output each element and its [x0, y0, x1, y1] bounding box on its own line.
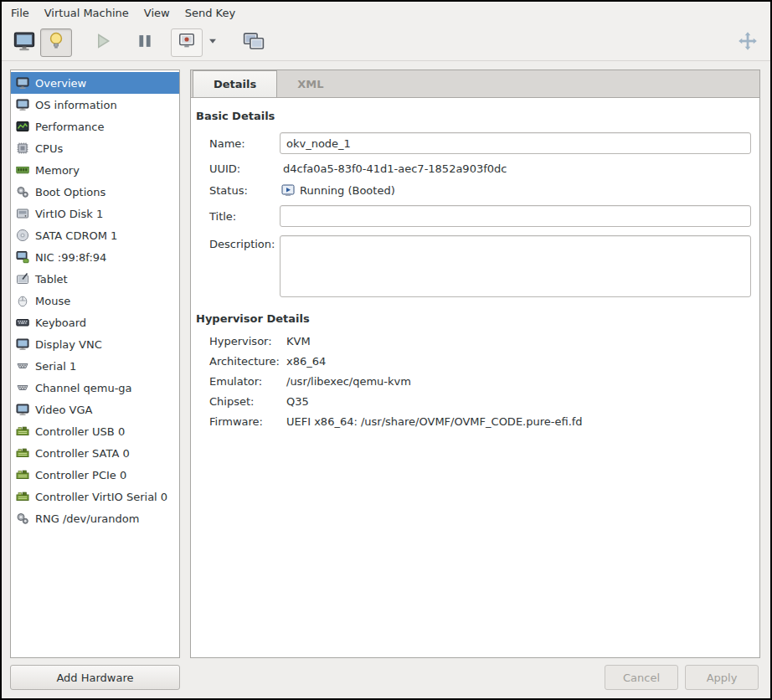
sidebar-item-label: Channel qemu-ga — [35, 382, 132, 394]
tablet-icon — [16, 272, 29, 286]
tab-xml[interactable]: XML — [277, 70, 343, 97]
fullscreen-arrows-icon — [738, 31, 758, 54]
sidebar-item-label: Controller VirtIO Serial 0 — [35, 491, 167, 503]
tab-details[interactable]: Details — [193, 70, 277, 97]
menubar: File Virtual Machine View Send Key — [2, 2, 770, 24]
controller-board-icon — [16, 425, 29, 438]
menu-view[interactable]: View — [136, 3, 178, 23]
mouse-icon — [16, 294, 29, 307]
menu-send-key[interactable]: Send Key — [178, 3, 243, 23]
shutdown-menu-button[interactable] — [203, 28, 223, 57]
lightbulb-icon — [46, 31, 66, 54]
pause-button[interactable] — [129, 28, 161, 57]
sidebar-item-nic[interactable]: NIC :99:8f:94 — [11, 246, 179, 268]
sidebar-item-label: Display VNC — [35, 338, 102, 351]
status-value: Running (Booted) — [300, 184, 395, 197]
memory-icon — [16, 163, 29, 177]
keyboard-icon — [16, 316, 29, 329]
emulator-value: /usr/libexec/qemu-kvm — [283, 375, 751, 388]
vm-running-icon — [281, 183, 295, 197]
sidebar-item-sata-cdrom-1[interactable]: SATA CDROM 1 — [11, 224, 179, 246]
sidebar-item-controller-sata-0[interactable]: Controller SATA 0 — [11, 442, 179, 464]
sidebar-item-rng[interactable]: RNG /dev/urandom — [11, 507, 179, 529]
sidebar-item-controller-pcie-0[interactable]: Controller PCIe 0 — [11, 464, 179, 486]
sidebar-item-virtio-disk-1[interactable]: VirtIO Disk 1 — [11, 203, 179, 224]
sidebar-item-os-information[interactable]: OS information — [11, 94, 179, 116]
nic-icon — [16, 250, 29, 264]
snapshots-button[interactable] — [238, 28, 270, 57]
hypervisor-details-heading: Hypervisor Details — [196, 312, 751, 325]
add-hardware-button[interactable]: Add Hardware — [10, 665, 180, 690]
firmware-value: UEFI x86_64: /usr/share/OVMF/OVMF_CODE.p… — [283, 415, 751, 428]
chipset-value: Q35 — [283, 395, 751, 408]
apply-button[interactable]: Apply — [685, 665, 759, 690]
controller-board-icon — [16, 446, 29, 460]
disk-icon — [16, 207, 29, 220]
sidebar-item-label: Controller USB 0 — [35, 425, 125, 438]
firmware-label: Firmware: — [209, 415, 283, 428]
sidebar-item-label: Overview — [35, 77, 86, 90]
play-icon — [93, 31, 113, 54]
toolbar — [2, 24, 770, 61]
sidebar-item-cpus[interactable]: CPUs — [11, 137, 179, 159]
run-button[interactable] — [87, 28, 119, 57]
description-input[interactable] — [280, 235, 751, 297]
menu-virtual-machine[interactable]: Virtual Machine — [37, 3, 136, 23]
sidebar-item-label: Tablet — [35, 273, 68, 286]
name-input[interactable] — [280, 132, 751, 154]
sidebar-item-controller-usb-0[interactable]: Controller USB 0 — [11, 420, 179, 442]
chevron-down-icon — [207, 35, 219, 49]
footer: Add Hardware Cancel Apply — [2, 658, 770, 698]
hardware-details-button[interactable] — [40, 28, 72, 57]
sidebar-item-controller-virtio-serial-0[interactable]: Controller VirtIO Serial 0 — [11, 486, 179, 507]
emulator-label: Emulator: — [209, 375, 283, 388]
sidebar-item-label: CPUs — [35, 142, 63, 155]
sidebar-item-label: Serial 1 — [35, 360, 76, 373]
console-button[interactable] — [8, 28, 40, 57]
shutdown-button[interactable] — [171, 28, 203, 57]
sidebar-item-label: VirtIO Disk 1 — [35, 208, 103, 220]
hypervisor-value: KVM — [283, 335, 751, 347]
architecture-value: x86_64 — [283, 355, 751, 368]
sidebar-item-label: Performance — [35, 121, 104, 133]
sidebar-item-tablet[interactable]: Tablet — [11, 268, 179, 290]
menu-file[interactable]: File — [3, 3, 37, 23]
fullscreen-button[interactable] — [732, 28, 764, 57]
sidebar-item-boot-options[interactable]: Boot Options — [11, 181, 179, 203]
status-value-row: Running (Booted) — [280, 183, 751, 197]
details-content: Basic Details Name: UUID: d4cfa0a5-83f0-… — [191, 98, 759, 657]
gears-icon — [16, 185, 29, 198]
cpu-icon — [16, 142, 29, 155]
snapshots-icon — [243, 30, 265, 54]
uuid-label: UUID: — [209, 162, 280, 175]
controller-board-icon — [16, 468, 29, 481]
sidebar-item-serial-1[interactable]: Serial 1 — [11, 355, 179, 377]
performance-graph-icon — [16, 120, 29, 133]
hardware-list: Overview OS information Performance CPUs… — [10, 69, 180, 658]
footer-actions: Cancel Apply — [605, 665, 759, 690]
monitor-icon — [16, 98, 29, 111]
window-body: Overview OS information Performance CPUs… — [2, 61, 770, 658]
sidebar-item-mouse[interactable]: Mouse — [11, 290, 179, 311]
cancel-button[interactable]: Cancel — [605, 665, 678, 690]
name-label: Name: — [209, 137, 280, 150]
details-notebook: Details XML Basic Details Name: UUID: d4… — [190, 69, 760, 658]
sidebar-item-memory[interactable]: Memory — [11, 159, 179, 181]
sidebar-item-label: Controller PCIe 0 — [35, 469, 126, 481]
sidebar-item-channel-qemu-ga[interactable]: Channel qemu-ga — [11, 377, 179, 399]
basic-details-heading: Basic Details — [196, 110, 751, 122]
gears-icon — [16, 512, 29, 525]
sidebar-item-label: OS information — [35, 99, 117, 111]
sidebar-item-video-vga[interactable]: Video VGA — [11, 399, 179, 420]
sidebar-item-keyboard[interactable]: Keyboard — [11, 311, 179, 333]
sidebar-item-overview[interactable]: Overview — [11, 72, 179, 94]
sidebar-item-display-vnc[interactable]: Display VNC — [11, 333, 179, 355]
vm-details-window: File Virtual Machine View Send Key — [0, 0, 772, 700]
sidebar-item-performance[interactable]: Performance — [11, 116, 179, 137]
sidebar-item-label: NIC :99:8f:94 — [35, 251, 106, 264]
cdrom-icon — [16, 229, 29, 242]
title-input[interactable] — [280, 205, 751, 227]
description-label: Description: — [209, 235, 280, 250]
sidebar-item-label: Video VGA — [35, 404, 92, 416]
hypervisor-details-form: Hypervisor: KVM Architecture: x86_64 Emu… — [209, 335, 751, 428]
